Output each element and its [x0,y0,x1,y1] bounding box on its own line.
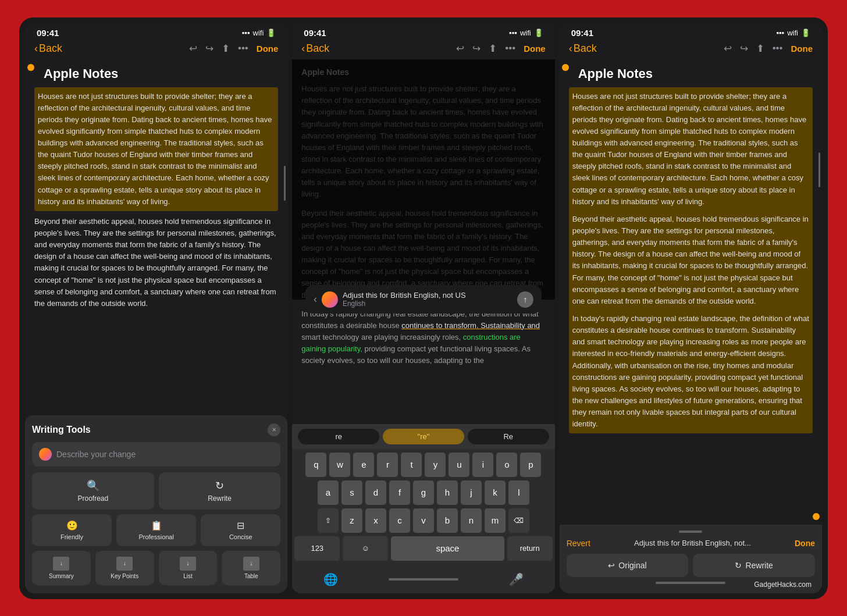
scroll-indicator-left [284,166,286,201]
revert-button[interactable]: Revert [567,539,590,548]
chevron-left-icon-middle: ‹ [301,42,305,55]
keyboard-rows: q w e r t y u i o p a s d f g h [292,449,554,568]
key-u[interactable]: u [449,453,469,477]
share-icon-middle[interactable]: ⬆ [489,42,497,55]
suggestion-3[interactable]: Re [468,429,549,444]
key-l[interactable]: l [508,480,529,505]
key-d[interactable]: d [365,480,386,505]
summary-button[interactable]: ↓ Summary [32,551,91,585]
done-button-left[interactable]: Done [257,44,279,54]
key-delete[interactable]: ⌫ [508,508,529,533]
key-a[interactable]: a [318,480,339,505]
wifi-icon-left: wifi [253,29,264,37]
suggestion-1[interactable]: re [298,429,379,444]
popup-main-text: Adjust this for British English, not US [343,291,513,300]
key-i[interactable]: i [472,453,493,477]
more-icon-left[interactable]: ••• [238,42,248,54]
key-y[interactable]: y [425,453,446,477]
time-left: 09:41 [37,28,59,38]
keypoints-label: Key Points [111,573,138,579]
wifi-icon-right: wifi [787,29,798,37]
key-row-1: q w e r t y u i o p [294,453,552,477]
wt-close-button[interactable]: × [268,423,280,436]
key-g[interactable]: g [413,480,434,505]
key-space[interactable]: space [391,536,504,561]
more-icon-right[interactable]: ••• [773,42,783,54]
back-label-middle: Back [306,42,329,55]
rewrite-icon: ↻ [215,479,224,492]
list-button[interactable]: ↓ List [159,551,218,585]
rewrite-button-left[interactable]: ↻ Rewrite [159,472,281,510]
status-icons-left: ▪▪▪ wifi 🔋 [242,29,276,37]
more-icon-middle[interactable]: ••• [505,42,515,54]
key-f[interactable]: f [389,480,410,505]
rewrite-button-right[interactable]: ↻ Rewrite [693,554,815,577]
key-h[interactable]: h [437,480,458,505]
friendly-icon: 🙂 [66,520,78,531]
proofread-button[interactable]: 🔍 Proofread [32,472,154,510]
key-s[interactable]: s [341,480,362,505]
key-k[interactable]: k [485,480,506,505]
key-b[interactable]: b [437,508,458,533]
redo-icon-left[interactable]: ↪ [205,42,213,55]
key-m[interactable]: m [485,508,506,533]
redo-icon-middle[interactable]: ↪ [472,42,481,55]
watermark-text: GadgetHacks.com [754,581,812,589]
back-button-middle[interactable]: ‹ Back [301,42,329,55]
professional-button[interactable]: 📋 Professional [116,514,196,546]
friendly-label: Friendly [61,533,83,540]
wt-input-field[interactable]: Describe your change [32,442,280,467]
key-j[interactable]: j [461,480,482,505]
list-icon: ↓ [180,557,196,571]
text-highlight-underline: continues to transform. Sustainability a… [401,321,540,330]
back-button-right[interactable]: ‹ Back [569,42,597,55]
concise-icon: ⊟ [237,520,244,531]
suggestion-2[interactable]: "re" [383,429,464,444]
summary-label: Summary [49,573,74,579]
friendly-button[interactable]: 🙂 Friendly [32,514,112,546]
key-c[interactable]: c [389,508,410,533]
popup-prev-icon[interactable]: ‹ [314,293,317,305]
key-r[interactable]: r [377,453,398,477]
undo-icon-right[interactable]: ↩ [724,42,732,55]
status-bar-middle: 09:41 ▪▪▪ wifi 🔋 [292,23,554,40]
suggestion-active-label: "re" [418,432,430,441]
key-x[interactable]: x [365,508,386,533]
key-n[interactable]: n [461,508,482,533]
key-z[interactable]: z [341,508,362,533]
table-button[interactable]: ↓ Table [222,551,280,585]
key-return[interactable]: return [507,536,553,561]
chevron-left-icon-right: ‹ [569,42,572,55]
key-q[interactable]: q [305,453,326,477]
key-shift[interactable]: ⇧ [318,508,339,533]
key-v[interactable]: v [413,508,434,533]
key-123[interactable]: 123 [294,536,340,561]
key-w[interactable]: w [329,453,350,477]
undo-icon-middle[interactable]: ↩ [456,42,464,55]
key-t[interactable]: t [401,453,422,477]
concise-button[interactable]: ⊟ Concise [201,514,280,546]
share-icon-right[interactable]: ⬆ [756,42,764,55]
mic-icon[interactable]: 🎤 [509,572,524,586]
wt-format-buttons: ↓ Summary ↓ Key Points ↓ List ↓ Table [32,551,280,585]
wifi-icon-middle: wifi [520,29,531,37]
adjust-popup-middle: ‹ Adjust this for British English, not U… [305,285,542,314]
back-button-left[interactable]: ‹ Back [34,42,62,55]
done-button-middle[interactable]: Done [524,44,546,54]
key-e[interactable]: e [353,453,374,477]
done-bottom-right[interactable]: Done [795,539,815,548]
key-emoji[interactable]: ☺ [343,536,388,561]
rewrite-icon-right: ↻ [735,561,742,570]
key-o[interactable]: o [496,453,517,477]
note-para-right-2: Beyond their aesthetic appeal, houses ho… [572,213,809,307]
globe-icon[interactable]: 🌐 [323,572,338,586]
share-icon-left[interactable]: ⬆ [222,42,230,55]
keypoints-button[interactable]: ↓ Key Points [95,551,154,585]
drag-handle-right [679,530,702,533]
original-button[interactable]: ↩ Original [567,554,689,577]
popup-send-button[interactable]: ↑ [517,291,533,308]
undo-icon-left[interactable]: ↩ [189,42,197,55]
done-button-right[interactable]: Done [791,44,813,54]
redo-icon-right[interactable]: ↪ [740,42,748,55]
key-p[interactable]: p [520,453,541,477]
